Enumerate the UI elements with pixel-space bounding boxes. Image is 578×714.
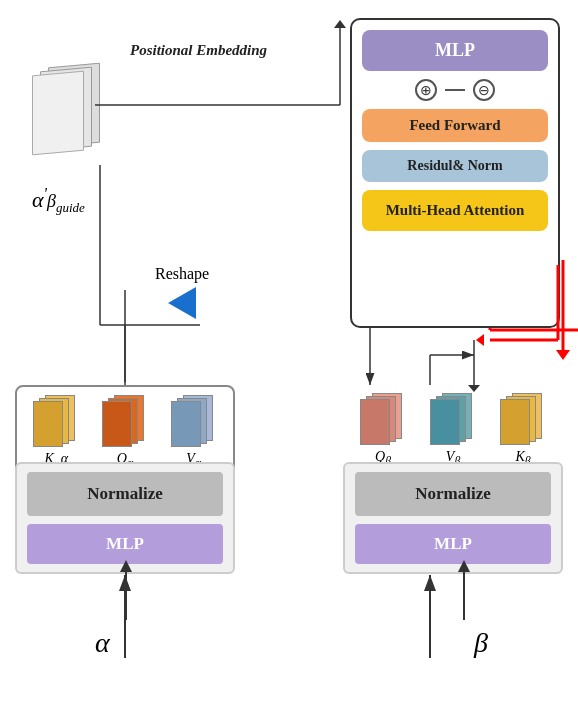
multi-head-label: Multi-Head Attention <box>386 202 525 218</box>
circle-ops-row: ⊕ ⊖ <box>362 79 548 101</box>
feedback-arrow <box>548 260 578 360</box>
normalize-label-left: Normalize <box>27 472 223 516</box>
tensor-q-alpha: Qα <box>100 395 150 470</box>
connector-line <box>445 89 465 91</box>
reshape-area: Reshape <box>155 265 209 319</box>
multi-head-attention-box: Multi-Head Attention <box>362 190 548 231</box>
svg-marker-20 <box>556 350 570 360</box>
mlp-label-right: MLP <box>355 524 551 564</box>
normalize-box-right: Normalize MLP <box>343 462 563 574</box>
tensor-v-beta: Vβ <box>428 393 478 468</box>
mlp-top-box: MLP <box>362 30 548 71</box>
feed-forward-box: Feed Forward <box>362 109 548 142</box>
stacked-pages-icon <box>30 65 110 165</box>
normalize-box-left: Normalize MLP <box>15 462 235 574</box>
subtract-op-circle: ⊖ <box>473 79 495 101</box>
normalize-label-right: Normalize <box>355 472 551 516</box>
svg-marker-30 <box>334 20 346 28</box>
main-diagram: Positional Embedding α'βguide Reshape ML… <box>0 0 578 714</box>
reshape-arrow <box>168 287 196 319</box>
beta-up-arrow <box>454 560 474 624</box>
alpha-beta-guide-label: α'βguide <box>32 185 85 216</box>
svg-marker-24 <box>458 560 470 572</box>
tensor-q-beta: Qβ <box>358 393 408 468</box>
tensor-v-alpha: Vα <box>169 395 219 470</box>
mlp-label-left: MLP <box>27 524 223 564</box>
alpha-up-arrow <box>116 560 136 624</box>
beta-input-label: β <box>474 627 488 659</box>
reshape-label: Reshape <box>155 265 209 283</box>
svg-marker-22 <box>120 560 132 572</box>
tensor-k-beta: Kβ <box>498 393 548 468</box>
svg-marker-33 <box>476 334 484 346</box>
transformer-block: MLP ⊕ ⊖ Feed Forward Residul& Norm Multi… <box>350 18 560 328</box>
alpha-input-label: α <box>95 627 110 659</box>
residual-norm-box: Residul& Norm <box>362 150 548 182</box>
tensor-k-alpha: K_α <box>31 395 81 467</box>
add-op-circle: ⊕ <box>415 79 437 101</box>
positional-embedding-label: Positional Embedding <box>130 42 267 59</box>
